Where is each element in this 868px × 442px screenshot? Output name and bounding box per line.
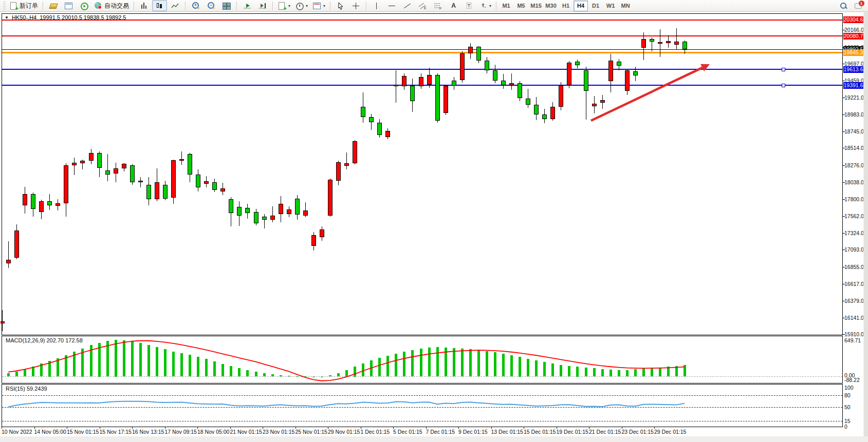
price-tick bbox=[843, 318, 845, 318]
market-watch-button[interactable] bbox=[46, 0, 61, 11]
search-button[interactable] bbox=[836, 0, 851, 11]
zoom-in-icon: + bbox=[191, 2, 200, 10]
time-axis-label: 23 Nov 01:15 bbox=[263, 429, 294, 435]
time-tick bbox=[426, 427, 427, 429]
price-tick bbox=[843, 182, 845, 183]
timeframe-button-M1[interactable]: M1 bbox=[499, 1, 513, 11]
chart-shift-button[interactable] bbox=[255, 0, 270, 11]
price-pane[interactable] bbox=[2, 13, 843, 335]
channel-tool-button[interactable]: E bbox=[415, 0, 430, 11]
macd-pane[interactable] bbox=[2, 336, 843, 383]
time-tick bbox=[263, 427, 263, 429]
time-tick bbox=[654, 427, 655, 429]
tile-windows-button[interactable] bbox=[219, 0, 234, 11]
zoom-in-button[interactable]: + bbox=[188, 0, 203, 11]
zoom-out-button[interactable]: − bbox=[204, 0, 218, 11]
price-badge-19613.6: 19613.6 bbox=[843, 66, 863, 73]
text-tool-button[interactable]: A bbox=[446, 0, 461, 11]
timeframe-button-M15[interactable]: M15 bbox=[529, 1, 543, 11]
new-chart-button[interactable]: + ▾ bbox=[275, 0, 292, 11]
text-label-tool-button[interactable]: T bbox=[461, 0, 476, 11]
charts-window-button[interactable] bbox=[61, 0, 76, 11]
price-tick-label: 16379.0 bbox=[844, 298, 863, 304]
toolbar-grip[interactable] bbox=[3, 2, 6, 10]
chart-ohlc-values: 19991.5 20010.5 19838.5 19892.5 bbox=[40, 14, 126, 21]
price-tick-label: 16141.0 bbox=[844, 315, 863, 321]
auto-trading-icon bbox=[94, 2, 103, 10]
candlestick-chart-icon bbox=[155, 2, 164, 10]
vertical-line-tool-button[interactable] bbox=[369, 0, 384, 11]
candlestick-chart-button[interactable] bbox=[152, 0, 167, 11]
line-chart-button[interactable] bbox=[168, 0, 182, 11]
time-tick bbox=[393, 427, 394, 429]
time-axis-label: 21 Dec 01:15 bbox=[589, 429, 621, 435]
auto-scroll-button[interactable] bbox=[239, 0, 254, 11]
price-tick-label: 17324.0 bbox=[844, 230, 863, 236]
bar-chart-button[interactable] bbox=[137, 0, 152, 11]
trendline-icon bbox=[404, 3, 411, 8]
timeframe-button-M5[interactable]: M5 bbox=[514, 1, 528, 11]
text-label-icon: T bbox=[467, 3, 472, 9]
signals-button[interactable] bbox=[77, 0, 91, 11]
chevron-down-icon: ▾ bbox=[306, 4, 308, 8]
price-badge-19892.5: 19892.5 bbox=[843, 46, 863, 53]
crosshair-tool-button[interactable] bbox=[348, 0, 363, 11]
macd-axis-max: 649.71 bbox=[844, 337, 861, 343]
price-tick bbox=[843, 30, 845, 30]
price-tick bbox=[843, 199, 845, 200]
price-tick-label: 18038.0 bbox=[844, 179, 863, 185]
price-tick bbox=[843, 98, 845, 98]
time-tick bbox=[197, 427, 198, 429]
time-tick bbox=[622, 427, 622, 429]
mt4-application: + 新订单 自动交易 + bbox=[0, 0, 868, 442]
chat-icon: 1 bbox=[854, 2, 863, 10]
new-order-label: 新订单 bbox=[20, 2, 38, 10]
price-tick-label: 19221.0 bbox=[844, 94, 863, 101]
time-axis-label: 15 Dec 01:15 bbox=[524, 429, 556, 435]
time-tick bbox=[361, 427, 361, 429]
trendline-tool-button[interactable] bbox=[400, 0, 415, 11]
timeframe-button-D1[interactable]: D1 bbox=[588, 1, 603, 11]
notifications-button[interactable]: 1 bbox=[851, 0, 866, 11]
chart-window-icon bbox=[64, 2, 73, 10]
rsi-axis-label: 0 bbox=[844, 424, 847, 430]
time-axis-label: 7 Dec 01:15 bbox=[426, 429, 455, 435]
new-order-icon: + bbox=[9, 2, 18, 10]
price-badge-19845.3: 19845.3 bbox=[843, 49, 863, 56]
svg-text:E: E bbox=[424, 6, 427, 10]
time-axis-label: 25 Nov 01:15 bbox=[296, 429, 327, 435]
chevron-down-icon: ▾ bbox=[323, 4, 325, 8]
one-click-trading-icon[interactable]: ▼ bbox=[5, 15, 9, 20]
time-axis-label: 15 Nov 17:15 bbox=[100, 429, 132, 435]
time-axis-label: 19 Dec 01:15 bbox=[557, 429, 588, 435]
auto-trading-button[interactable]: 自动交易 bbox=[92, 0, 131, 11]
time-axis-label: 17 Nov 09:15 bbox=[165, 429, 197, 435]
timeframe-button-W1[interactable]: W1 bbox=[603, 1, 618, 11]
price-tick-label: 18745.0 bbox=[844, 128, 863, 134]
chart-window[interactable]: 20166.019925.019697.019459.019221.018983… bbox=[1, 12, 863, 436]
indicators-icon bbox=[312, 2, 321, 10]
text-icon: A bbox=[451, 2, 456, 9]
price-badge-20080.7: 20080.7 bbox=[843, 33, 863, 40]
price-tick bbox=[843, 249, 845, 250]
time-tick bbox=[100, 427, 100, 429]
timeframe-button-H1[interactable]: H1 bbox=[559, 1, 573, 11]
time-tick bbox=[165, 427, 165, 429]
time-tick bbox=[524, 427, 524, 429]
signal-icon bbox=[80, 2, 88, 10]
fibonacci-tool-button[interactable]: F bbox=[431, 0, 446, 11]
period-clock-button[interactable]: ▾ bbox=[293, 0, 310, 11]
timeframe-group: M1M5M15M30H1H4D1W1MN bbox=[499, 1, 633, 11]
timeframe-button-M30[interactable]: M30 bbox=[544, 1, 558, 11]
zoom-out-icon: − bbox=[207, 2, 215, 10]
price-tick bbox=[843, 148, 845, 148]
timeframe-button-H4[interactable]: H4 bbox=[574, 1, 588, 11]
timeframe-button-MN[interactable]: MN bbox=[618, 1, 633, 11]
horizontal-line-tool-button[interactable] bbox=[384, 0, 399, 11]
indicators-button[interactable]: ▾ bbox=[310, 0, 327, 11]
cursor-tool-button[interactable] bbox=[333, 0, 348, 11]
price-tick-label: 15910.0 bbox=[844, 331, 863, 337]
new-order-button[interactable]: + 新订单 bbox=[7, 0, 40, 11]
rsi-pane[interactable] bbox=[2, 384, 843, 427]
shapes-tool-button[interactable]: ▾ bbox=[477, 0, 493, 11]
